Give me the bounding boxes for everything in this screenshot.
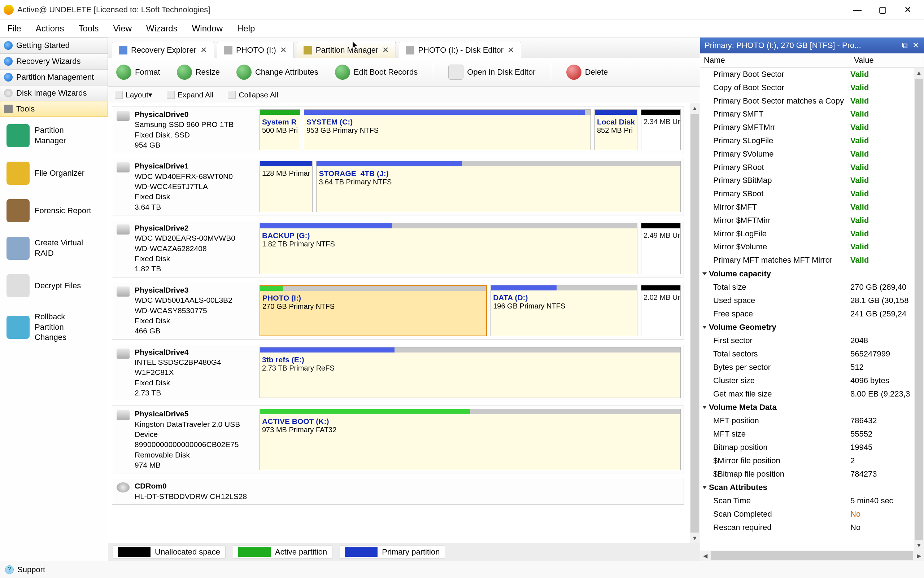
partition-unallocated[interactable]: 2.02 MB Unallo bbox=[641, 285, 681, 336]
prop-section-header[interactable]: Scan Attributes bbox=[700, 481, 914, 494]
prop-value: 786432 bbox=[850, 415, 877, 427]
tool-decrypt-files[interactable]: Decrypt Files bbox=[3, 274, 105, 297]
sidebar-item-recovery-wizards[interactable]: Recovery Wizards bbox=[0, 54, 108, 69]
tool-forensic-report[interactable]: Forensic Report bbox=[3, 199, 105, 222]
drive-row-physicaldrive4: PhysicalDrive4INTEL SSDSC2BP480G4W1F2C81… bbox=[112, 344, 684, 401]
scrollbar-thumb[interactable] bbox=[711, 551, 913, 560]
partition-active-boot-k-[interactable]: ACTIVE BOOT (K:)973 MB Primary FAT32 bbox=[260, 409, 681, 470]
partitions: PHOTO (I:)270 GB Primary NTFSDATA (D:)19… bbox=[257, 282, 683, 339]
toolbar-open-in-disk-editor-button[interactable]: Open in Disk Editor bbox=[445, 63, 539, 81]
partition-[interactable]: 128 MB Primar bbox=[260, 161, 312, 212]
prop-row: Primary MFT matches MFT MirrorValid bbox=[700, 254, 914, 267]
partition-unallocated[interactable]: 2.49 MB Unallc bbox=[641, 223, 681, 274]
menu-wizards[interactable]: Wizards bbox=[146, 23, 177, 34]
tools-icon bbox=[4, 105, 13, 113]
tab-icon bbox=[119, 46, 127, 55]
tool-rollback-partition-changes[interactable]: Rollback Partition Changes bbox=[3, 312, 105, 343]
partition-local-disk[interactable]: Local Disk852 MB Pri bbox=[594, 109, 638, 150]
properties-horizontal-scrollbar[interactable]: ◀ ▶ bbox=[700, 550, 924, 561]
prop-value: No bbox=[850, 522, 861, 533]
partition-storage-4tb-j-[interactable]: STORAGE_4TB (J:)3.64 TB Primary NTFS bbox=[316, 161, 681, 212]
scrollbar-thumb[interactable] bbox=[914, 79, 923, 540]
prop-section-header[interactable]: Volume Meta Data bbox=[700, 401, 914, 414]
partition-backup-g-[interactable]: BACKUP (G:)1.82 TB Primary NTFS bbox=[260, 223, 638, 274]
subbar-collapse-all-button[interactable]: Collapse All bbox=[226, 90, 280, 100]
tab-partition-manager[interactable]: Partition Manager✕ bbox=[297, 42, 396, 58]
toolbar-edit-boot-records-button[interactable]: Edit Boot Records bbox=[331, 63, 421, 81]
prop-row: Primary $BitMapValid bbox=[700, 174, 914, 187]
partition-data-d-[interactable]: DATA (D:)196 GB Primary NTFS bbox=[491, 285, 638, 336]
prop-value: 2 bbox=[850, 455, 855, 466]
prop-section-header[interactable]: Volume Geometry bbox=[700, 320, 914, 334]
toolbar-format-button[interactable]: Format bbox=[112, 63, 164, 81]
properties-panel: Primary: PHOTO (I:), 270 GB [NTFS] - Pro… bbox=[700, 37, 924, 561]
menu-window[interactable]: Window bbox=[192, 23, 223, 34]
toolbar-resize-button[interactable]: Resize bbox=[173, 63, 223, 81]
chevron-down-icon bbox=[703, 273, 707, 275]
partition-body: 128 MB Primar bbox=[260, 166, 312, 212]
prop-name: Get max file size bbox=[713, 388, 850, 400]
tool-partition-manager[interactable]: Partition Manager bbox=[3, 124, 105, 147]
toolbar-change-attributes-button[interactable]: Change Attributes bbox=[233, 63, 322, 81]
prop-section-header[interactable]: Volume capacity bbox=[700, 267, 914, 281]
prop-name: Total size bbox=[713, 282, 850, 293]
menu-help[interactable]: Help bbox=[237, 23, 255, 34]
drive-vertical-scrollbar[interactable]: ▲ ▼ bbox=[690, 103, 700, 543]
prop-name: Primary $MFTMrr bbox=[713, 122, 850, 133]
prop-row: Mirror $MFTValid bbox=[700, 201, 914, 214]
panel-pin-icon[interactable]: ⧉ bbox=[901, 41, 909, 50]
scroll-right-arrow-icon[interactable]: ▶ bbox=[914, 550, 924, 561]
prop-value: Valid bbox=[850, 82, 869, 93]
panel-close-icon[interactable]: ✕ bbox=[912, 41, 920, 50]
scroll-down-arrow-icon[interactable]: ▼ bbox=[690, 533, 700, 543]
tab-close-icon[interactable]: ✕ bbox=[200, 45, 207, 55]
window-title: Active@ UNDELETE [Licensed to: LSoft Tec… bbox=[17, 5, 210, 15]
menu-view[interactable]: View bbox=[113, 23, 132, 34]
scroll-up-arrow-icon[interactable]: ▲ bbox=[914, 68, 924, 78]
sidebar-item-partition-management[interactable]: Partition Management bbox=[0, 69, 108, 85]
scrollbar-thumb[interactable] bbox=[690, 114, 699, 533]
toolbar-delete-button[interactable]: Delete bbox=[563, 63, 612, 81]
properties-vertical-scrollbar[interactable]: ▲ ▼ bbox=[914, 68, 924, 550]
partition-photo-i-[interactable]: PHOTO (I:)270 GB Primary NTFS bbox=[260, 285, 487, 336]
menu-file[interactable]: File bbox=[7, 23, 21, 34]
partition-3tb-refs-e-[interactable]: 3tb refs (E:)2.73 TB Primary ReFS bbox=[260, 347, 681, 398]
drive-row-physicaldrive1: PhysicalDrive1WDC WD40EFRX-68WT0N0WD-WCC… bbox=[112, 157, 684, 215]
prop-row: Mirror $LogFileValid bbox=[700, 227, 914, 241]
drive-row-physicaldrive2: PhysicalDrive2WDC WD20EARS-00MVWB0WD-WCA… bbox=[112, 220, 684, 278]
tab-photo-i-[interactable]: PHOTO (I:)✕ bbox=[217, 42, 294, 58]
sidebar-item-disk-image-wizards[interactable]: Disk Image Wizards bbox=[0, 85, 108, 101]
tab-recovery-explorer[interactable]: Recovery Explorer✕ bbox=[112, 42, 214, 58]
prop-row: Rescan requiredNo bbox=[700, 521, 914, 534]
minimize-button[interactable]: — bbox=[844, 3, 870, 17]
subbar-layout--button[interactable]: Layout▾ bbox=[112, 90, 155, 100]
tab-close-icon[interactable]: ✕ bbox=[382, 45, 389, 55]
sidebar-item-getting-started[interactable]: Getting Started bbox=[0, 37, 108, 54]
prop-value: Valid bbox=[850, 215, 869, 226]
disk-icon bbox=[117, 410, 130, 421]
status-text[interactable]: Support bbox=[17, 565, 45, 575]
tab-close-icon[interactable]: ✕ bbox=[280, 45, 287, 55]
scroll-up-arrow-icon[interactable]: ▲ bbox=[690, 103, 700, 113]
sidebar-item-tools[interactable]: Tools bbox=[0, 101, 108, 117]
maximize-button[interactable]: ▢ bbox=[870, 3, 895, 17]
scroll-down-arrow-icon[interactable]: ▼ bbox=[914, 541, 924, 550]
close-button[interactable]: ✕ bbox=[895, 3, 921, 17]
partition-unallocated[interactable]: 2.34 MB Un bbox=[641, 109, 681, 150]
menu-actions[interactable]: Actions bbox=[36, 23, 64, 34]
prop-name: MFT position bbox=[713, 415, 850, 427]
tool-create-virtual-raid[interactable]: Create Virtual RAID bbox=[3, 237, 105, 260]
scroll-left-arrow-icon[interactable]: ◀ bbox=[700, 550, 710, 561]
menu-tools[interactable]: Tools bbox=[78, 23, 99, 34]
partition-system-c-[interactable]: SYSTEM (C:)953 GB Primary NTFS bbox=[304, 109, 591, 150]
tab-photo-i-disk-editor[interactable]: PHOTO (I:) - Disk Editor✕ bbox=[399, 42, 521, 58]
properties-body: Primary Boot SectorValidCopy of Boot Sec… bbox=[700, 68, 914, 550]
partition-usage-bar bbox=[260, 223, 637, 228]
partition-system-r[interactable]: System R500 MB Pri bbox=[260, 109, 300, 150]
subbar-icon bbox=[167, 91, 175, 99]
tab-close-icon[interactable]: ✕ bbox=[507, 45, 514, 55]
prop-row: Copy of Boot SectorValid bbox=[700, 81, 914, 94]
prop-value: 2048 bbox=[850, 335, 868, 346]
subbar-expand-all-button[interactable]: Expand All bbox=[164, 90, 215, 100]
tool-file-organizer[interactable]: File Organizer bbox=[3, 162, 105, 185]
